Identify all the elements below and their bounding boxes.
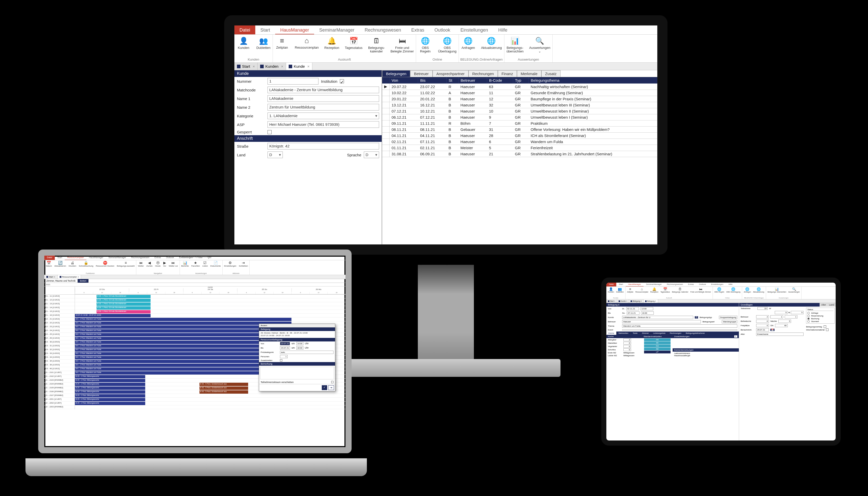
gantt-row[interactable]: B 29 - 1 Pers: Bildungswoche — [75, 398, 346, 402]
betreuer2-field[interactable]: 2 — [756, 315, 769, 319]
ribbon-button-kunden[interactable]: 👤Kunden — [608, 287, 614, 297]
betreuer-w-field[interactable]: 1 — [771, 315, 783, 319]
doc-tab-start[interactable]: Start× — [606, 299, 617, 303]
ribbon-button-heute[interactable]: ⦿Heute — [155, 261, 161, 273]
ribbon-button-ressourcenplan[interactable]: ⌂Ressourcenplan — [294, 36, 319, 57]
resource-plan-gantt[interactable]: 2021 KW30 22 Do23 Fr24 Sa25 So26 Mo 6121… — [44, 283, 346, 446]
ribbon-button-schließen[interactable]: ⇥Schließen — [239, 261, 248, 273]
ribbon-button-ressourcenplan[interactable]: ⌂Ressourcenplan — [635, 287, 649, 297]
status-radio-anfrage[interactable] — [807, 312, 810, 314]
subtab-leistungsliste[interactable]: Leistungsliste — [651, 331, 668, 335]
table-row[interactable]: 07.12.2110.12.21BHaeuser10GRUmweltbewuss… — [382, 108, 657, 114]
tab-land[interactable]: Land — [827, 303, 836, 307]
ribbon-tab-hilfe[interactable]: Hilfe — [726, 283, 735, 286]
ribbon-tab-outlook[interactable]: Outlook — [164, 255, 177, 260]
status-radio-reservierung[interactable] — [807, 315, 810, 317]
doc-tab-belegung[interactable]: Belegung× — [629, 299, 643, 303]
ribbon-button-freie und[interactable]: 🛏Freie und Belegte Zimmer — [390, 36, 414, 57]
table-row[interactable]: 06.12.2107.12.21BHaeuser9GRUmweltbewusst… — [382, 114, 657, 121]
ribbon-tab-einstellungen[interactable]: Einstellungen — [177, 255, 195, 260]
close-icon[interactable]: × — [307, 64, 309, 68]
table-row[interactable]: 01.11.2102.11.21BMeister5GRFerienfreizei… — [382, 145, 657, 151]
col-belegungsthema[interactable]: Belegungsthema — [529, 77, 657, 83]
popup-zusatz-checkbox[interactable] — [280, 359, 282, 361]
ribbon-button-aktualisierung[interactable]: 🌐Aktualisierung — [481, 36, 502, 57]
ribbon-button-belegungs-[interactable]: 📊Belegungs- übersichten — [506, 36, 524, 57]
t-event-field[interactable] — [622, 329, 737, 330]
col-typ[interactable]: Typ — [513, 77, 529, 83]
ribbon-tab-rechnungswesen[interactable]: Rechnungswesen — [129, 255, 152, 260]
betreuer-m-field[interactable]: 1 — [785, 315, 797, 319]
ribbon-button-listen[interactable]: ☑Listen — [202, 261, 208, 273]
table-row[interactable]: 08.11.2108.11.21BGebauer31GROffene Vorle… — [382, 126, 657, 133]
ribbon-tab-extras[interactable]: Extras — [406, 26, 429, 34]
close-icon[interactable]: × — [77, 276, 79, 278]
ribbon-button-zurück[interactable]: ◀Zurück — [146, 261, 152, 273]
matchcode-field[interactable]: LANakademie - Zentrum für Umweltbildung — [268, 87, 379, 93]
gantt-row[interactable]: 22.07.21 14:00 - 24.07.21 18:00 — [75, 314, 346, 317]
t-kunde-field[interactable]: LANakademie - Zentrum für U — [622, 316, 693, 319]
kategorie-select[interactable]: 1. LANakademie — [268, 112, 379, 119]
gantt-row[interactable]: B 28 - 1 Pers: ICH als Stromlieferant — [75, 298, 346, 302]
gantt-bar[interactable]: B 29 - 1 Pers: Bildungswoche — [75, 390, 145, 394]
col-betreuer[interactable]: Betreuer — [458, 77, 487, 83]
nummer-field[interactable]: 1 — [268, 78, 318, 84]
ribbon-button-tagesstatus[interactable]: 📅Tagesstatus — [660, 287, 670, 297]
table-row[interactable]: 04.11.2104.11.21BHaeuser28GRICH als Stro… — [382, 133, 657, 139]
ribbon-button-auswertungen[interactable]: 🔍Auswertungen — [788, 287, 800, 297]
benachricht-field[interactable]: 29.07.21 — [756, 328, 769, 331]
status-radio-buchung[interactable] — [807, 317, 810, 320]
gantt-bar[interactable]: B 29 - 1 Pers: Bildungswoche — [75, 383, 145, 386]
ribbon-tab-datei[interactable]: Datei — [606, 283, 616, 286]
gantt-bar[interactable]: B 29 - 1 Pers: Bildungswoche — [75, 387, 145, 390]
ribbon-tab-datei[interactable]: Datei — [234, 26, 255, 34]
gantt-bar[interactable]: B 29 - 1 Pers: Bildungswoche — [75, 375, 145, 378]
popup-cancel-button[interactable]: ⇥ — [328, 385, 334, 390]
gantt-bar[interactable]: B 28 - 1 Pers: ICH als Stromlieferant — [96, 310, 151, 313]
ribbon-button-belegungs-[interactable]: 🗓Belegungs- kalender — [368, 36, 385, 57]
col-b-code[interactable]: B-Code — [487, 77, 513, 83]
ribbon-button-obs[interactable]: 🌐OBS Regeln — [417, 36, 433, 57]
sprache-select[interactable]: D — [364, 152, 379, 158]
ribbon-button-kunden[interactable]: 👤Kunden — [236, 36, 251, 57]
gantt-bar[interactable]: B 28 - 1 Pers: ICH als Stromlieferant — [96, 303, 151, 306]
table-row[interactable]: 31.08.2106.09.21BHaeuser21GRStrahlenbela… — [382, 151, 657, 157]
ribbon-button-anfragen[interactable]: 🌐Anfragen — [461, 36, 476, 57]
doc-tab-kunden[interactable]: Kunden× — [258, 63, 286, 70]
freiplaetze-field[interactable]: 0 — [756, 324, 769, 327]
ribbon-tab-hilfe[interactable]: Hilfe — [493, 26, 512, 34]
un-field[interactable]: 60 — [775, 324, 788, 327]
subtab-rechnungen[interactable]: Rechnungen — [668, 331, 684, 335]
ribbon-button-belegungs-[interactable]: 📊Belegungs- übersichten — [767, 287, 787, 297]
ribbon-button-anfragen[interactable]: 🌐Anfragen — [744, 287, 751, 297]
bettwasche-field[interactable]: 0 — [756, 320, 769, 323]
ribbon-tab-qm[interactable]: QM — [205, 255, 214, 260]
m-field[interactable]: 5 — [791, 311, 804, 314]
meal-mi[interactable]: MI — [644, 341, 671, 344]
calendar-icon[interactable]: 📅 — [771, 329, 775, 331]
ribbon-button-obs[interactable]: 🌐OBS Übertragung — [438, 36, 457, 57]
erstemz-select[interactable]: Mittagessen — [623, 352, 640, 354]
gantt-bar[interactable]: B 6 - 1 Pers: Wandern um Fulda — [75, 318, 291, 321]
ribbon-tab-ressourcenplan[interactable]: Ressourcenplan — [65, 255, 86, 260]
ribbon-button-rezeption[interactable]: 🔔Rezeption — [651, 287, 658, 297]
gantt-bar[interactable]: B 43 - 5 Pers: Schülerbesuch aus — [199, 383, 248, 386]
table-row[interactable]: ▶20.07.2223.07.22RHaeuser63GRNachhaltig … — [382, 83, 657, 90]
vegetarier-field[interactable]: 0 — [623, 345, 631, 348]
subtab-belegungsteilnehmer[interactable]: Belegungsteilnehmer — [684, 331, 707, 335]
kunde-lookup-button[interactable]: ☰ — [695, 316, 698, 319]
ribbon-button-dokumente[interactable]: 📄Dokumente — [210, 261, 221, 273]
ribbon-button-zeitplan[interactable]: ≡Zeitplan — [627, 287, 633, 297]
ribbon-button-aktualisieren[interactable]: 🔄Aktualisieren — [55, 261, 66, 273]
meal-fr[interactable]: FR — [644, 338, 671, 341]
gantt-bar[interactable]: 22.07.21 14:00 - 24.07.21 18:00 — [75, 314, 151, 317]
ribbon-tab-hausmanager[interactable]: HausManager — [275, 26, 314, 34]
subtab-texte[interactable]: Texte — [630, 331, 640, 335]
table-row[interactable]: 09.11.2111.11.21RBöhm7GRPraktikum — [382, 121, 657, 126]
gantt-row[interactable]: B 28 - 1 Pers: ICH als Stromlieferant — [75, 295, 346, 298]
gantt-row[interactable]: B 28 - 1 Pers: ICH als Stromlieferant — [75, 306, 346, 310]
ribbon-button-ressourcen blocken[interactable]: ⛔Ressourcen blocken — [96, 261, 114, 273]
tab-grundlagen[interactable]: Grundlagen — [739, 303, 820, 307]
ribbon-button-aktualisierung[interactable]: 🌐Aktualisierung — [753, 287, 764, 297]
ribbon-tab-seminarmanager[interactable]: SeminarManager — [106, 255, 129, 260]
